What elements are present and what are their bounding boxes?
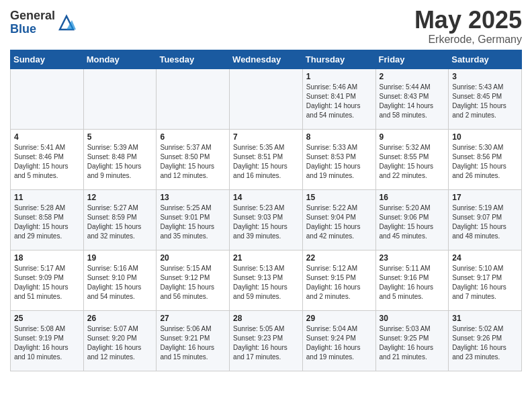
day-number: 18 xyxy=(14,253,80,263)
day-number: 10 xyxy=(452,132,518,142)
week-row-2: 4Sunrise: 5:41 AM Sunset: 8:46 PM Daylig… xyxy=(11,129,522,189)
calendar-cell: 19Sunrise: 5:16 AM Sunset: 9:10 PM Dayli… xyxy=(83,250,157,310)
logo-general-text: General xyxy=(10,9,55,23)
calendar-cell: 28Sunrise: 5:05 AM Sunset: 9:23 PM Dayli… xyxy=(230,310,303,371)
day-info: Sunrise: 5:23 AM Sunset: 9:03 PM Dayligh… xyxy=(233,203,299,241)
calendar-cell: 7Sunrise: 5:35 AM Sunset: 8:51 PM Daylig… xyxy=(230,129,303,189)
calendar-cell: 29Sunrise: 5:04 AM Sunset: 9:24 PM Dayli… xyxy=(302,310,375,371)
day-number: 7 xyxy=(233,132,299,142)
day-number: 27 xyxy=(160,314,226,323)
calendar-cell: 10Sunrise: 5:30 AM Sunset: 8:56 PM Dayli… xyxy=(449,129,522,189)
calendar-cell: 27Sunrise: 5:06 AM Sunset: 9:21 PM Dayli… xyxy=(157,310,230,371)
day-info: Sunrise: 5:43 AM Sunset: 8:45 PM Dayligh… xyxy=(452,83,518,120)
calendar-cell: 15Sunrise: 5:22 AM Sunset: 9:04 PM Dayli… xyxy=(302,189,375,250)
day-number: 9 xyxy=(380,132,445,142)
day-info: Sunrise: 5:19 AM Sunset: 9:07 PM Dayligh… xyxy=(452,203,518,241)
day-info: Sunrise: 5:20 AM Sunset: 9:06 PM Dayligh… xyxy=(380,203,445,241)
calendar-cell: 24Sunrise: 5:10 AM Sunset: 9:17 PM Dayli… xyxy=(449,250,522,310)
calendar-cell: 17Sunrise: 5:19 AM Sunset: 9:07 PM Dayli… xyxy=(449,189,522,250)
calendar-cell xyxy=(157,68,230,129)
calendar-cell: 21Sunrise: 5:13 AM Sunset: 9:13 PM Dayli… xyxy=(230,250,303,310)
col-header-tuesday: Tuesday xyxy=(157,50,230,68)
calendar-cell: 2Sunrise: 5:44 AM Sunset: 8:43 PM Daylig… xyxy=(375,68,449,129)
title-block: May 2025 Erkerode, Germany xyxy=(414,7,522,46)
day-info: Sunrise: 5:02 AM Sunset: 9:26 PM Dayligh… xyxy=(452,324,518,362)
day-info: Sunrise: 5:39 AM Sunset: 8:48 PM Dayligh… xyxy=(87,143,153,181)
day-info: Sunrise: 5:17 AM Sunset: 9:09 PM Dayligh… xyxy=(14,264,80,302)
day-info: Sunrise: 5:28 AM Sunset: 8:58 PM Dayligh… xyxy=(14,203,80,241)
calendar-cell: 30Sunrise: 5:03 AM Sunset: 9:25 PM Dayli… xyxy=(375,310,449,371)
calendar-cell: 1Sunrise: 5:46 AM Sunset: 8:41 PM Daylig… xyxy=(302,68,375,129)
day-number: 17 xyxy=(452,193,518,202)
col-header-friday: Friday xyxy=(375,50,449,68)
svg-marker-1 xyxy=(66,20,76,30)
day-info: Sunrise: 5:35 AM Sunset: 8:51 PM Dayligh… xyxy=(233,143,299,181)
day-number: 23 xyxy=(380,253,445,263)
week-row-1: 1Sunrise: 5:46 AM Sunset: 8:41 PM Daylig… xyxy=(11,68,522,129)
day-info: Sunrise: 5:03 AM Sunset: 9:25 PM Dayligh… xyxy=(380,324,445,362)
day-number: 20 xyxy=(160,253,226,263)
day-number: 11 xyxy=(14,193,80,202)
day-info: Sunrise: 5:07 AM Sunset: 9:20 PM Dayligh… xyxy=(87,324,153,362)
day-number: 16 xyxy=(380,193,445,202)
calendar-cell: 11Sunrise: 5:28 AM Sunset: 8:58 PM Dayli… xyxy=(11,189,84,250)
day-number: 31 xyxy=(452,314,518,323)
day-number: 13 xyxy=(160,193,226,202)
month-title: May 2025 xyxy=(414,7,522,34)
day-info: Sunrise: 5:08 AM Sunset: 9:19 PM Dayligh… xyxy=(14,324,80,362)
day-number: 25 xyxy=(14,314,80,323)
day-info: Sunrise: 5:32 AM Sunset: 8:55 PM Dayligh… xyxy=(380,143,445,181)
day-info: Sunrise: 5:33 AM Sunset: 8:53 PM Dayligh… xyxy=(306,143,372,181)
day-number: 22 xyxy=(306,253,372,263)
calendar-table: SundayMondayTuesdayWednesdayThursdayFrid… xyxy=(10,50,522,371)
location: Erkerode, Germany xyxy=(414,34,522,46)
calendar-cell: 3Sunrise: 5:43 AM Sunset: 8:45 PM Daylig… xyxy=(449,68,522,129)
day-number: 12 xyxy=(87,193,153,202)
day-info: Sunrise: 5:10 AM Sunset: 9:17 PM Dayligh… xyxy=(452,264,518,302)
day-number: 8 xyxy=(306,132,372,142)
col-header-thursday: Thursday xyxy=(302,50,375,68)
day-info: Sunrise: 5:22 AM Sunset: 9:04 PM Dayligh… xyxy=(306,203,372,241)
day-info: Sunrise: 5:46 AM Sunset: 8:41 PM Dayligh… xyxy=(306,83,372,120)
day-info: Sunrise: 5:13 AM Sunset: 9:13 PM Dayligh… xyxy=(233,264,299,302)
col-header-sunday: Sunday xyxy=(11,50,84,68)
day-info: Sunrise: 5:44 AM Sunset: 8:43 PM Dayligh… xyxy=(380,83,445,120)
day-number: 14 xyxy=(233,193,299,202)
calendar-cell: 16Sunrise: 5:20 AM Sunset: 9:06 PM Dayli… xyxy=(375,189,449,250)
calendar-cell: 23Sunrise: 5:11 AM Sunset: 9:16 PM Dayli… xyxy=(375,250,449,310)
week-row-3: 11Sunrise: 5:28 AM Sunset: 8:58 PM Dayli… xyxy=(11,189,522,250)
day-number: 30 xyxy=(380,314,445,323)
calendar-cell: 14Sunrise: 5:23 AM Sunset: 9:03 PM Dayli… xyxy=(230,189,303,250)
day-number: 6 xyxy=(160,132,226,142)
calendar-cell: 18Sunrise: 5:17 AM Sunset: 9:09 PM Dayli… xyxy=(11,250,84,310)
logo-blue-text: Blue xyxy=(10,23,55,36)
day-info: Sunrise: 5:12 AM Sunset: 9:15 PM Dayligh… xyxy=(306,264,372,302)
page-header: General Blue May 2025 Erkerode, Germany xyxy=(10,7,522,46)
calendar-cell xyxy=(11,68,84,129)
calendar-cell: 26Sunrise: 5:07 AM Sunset: 9:20 PM Dayli… xyxy=(83,310,157,371)
calendar-cell: 5Sunrise: 5:39 AM Sunset: 8:48 PM Daylig… xyxy=(83,129,157,189)
day-info: Sunrise: 5:15 AM Sunset: 9:12 PM Dayligh… xyxy=(160,264,226,302)
calendar-cell: 4Sunrise: 5:41 AM Sunset: 8:46 PM Daylig… xyxy=(11,129,84,189)
day-number: 21 xyxy=(233,253,299,263)
day-number: 1 xyxy=(306,72,372,81)
day-number: 24 xyxy=(452,253,518,263)
day-number: 15 xyxy=(306,193,372,202)
day-info: Sunrise: 5:41 AM Sunset: 8:46 PM Dayligh… xyxy=(14,143,80,181)
calendar-cell: 12Sunrise: 5:27 AM Sunset: 8:59 PM Dayli… xyxy=(83,189,157,250)
day-info: Sunrise: 5:06 AM Sunset: 9:21 PM Dayligh… xyxy=(160,324,226,362)
calendar-cell: 25Sunrise: 5:08 AM Sunset: 9:19 PM Dayli… xyxy=(11,310,84,371)
calendar-cell: 22Sunrise: 5:12 AM Sunset: 9:15 PM Dayli… xyxy=(302,250,375,310)
day-number: 4 xyxy=(14,132,80,142)
col-header-wednesday: Wednesday xyxy=(230,50,303,68)
logo: General Blue xyxy=(10,9,76,36)
week-row-5: 25Sunrise: 5:08 AM Sunset: 9:19 PM Dayli… xyxy=(11,310,522,371)
day-info: Sunrise: 5:30 AM Sunset: 8:56 PM Dayligh… xyxy=(452,143,518,181)
calendar-cell: 8Sunrise: 5:33 AM Sunset: 8:53 PM Daylig… xyxy=(302,129,375,189)
day-info: Sunrise: 5:11 AM Sunset: 9:16 PM Dayligh… xyxy=(380,264,445,302)
day-info: Sunrise: 5:04 AM Sunset: 9:24 PM Dayligh… xyxy=(306,324,372,362)
day-number: 5 xyxy=(87,132,153,142)
col-header-saturday: Saturday xyxy=(449,50,522,68)
day-number: 28 xyxy=(233,314,299,323)
day-info: Sunrise: 5:27 AM Sunset: 8:59 PM Dayligh… xyxy=(87,203,153,241)
